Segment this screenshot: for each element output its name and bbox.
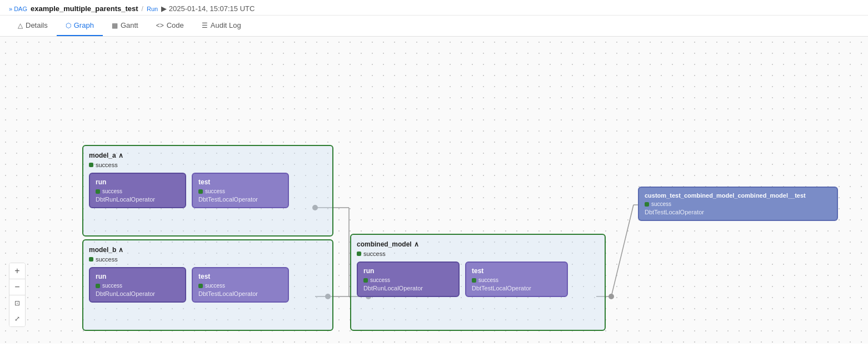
model-a-nodes: run success DbtRunLocalOperator test suc… — [89, 173, 327, 208]
task-node-run-c[interactable]: run success DbtRunLocalOperator — [357, 262, 460, 297]
details-icon: △ — [18, 22, 23, 29]
chevron-right-icon: » — [9, 6, 12, 12]
task-status: success — [363, 277, 453, 283]
group-combined-title: combined_model ∧ — [357, 240, 599, 248]
status-dot — [645, 202, 649, 207]
task-operator: DbtRunLocalOperator — [363, 285, 453, 291]
breadcrumb-dag-link[interactable]: » DAG — [9, 6, 27, 12]
group-combined-status: success — [357, 250, 599, 257]
tab-gantt-label: Gantt — [121, 21, 138, 29]
expand-button[interactable]: ⤢ — [9, 311, 25, 326]
group-model-b-title: model_b ∧ — [89, 246, 327, 254]
task-node-test-c[interactable]: test success DbtTestLocalOperator — [465, 262, 568, 297]
caret-icon: ∧ — [118, 246, 123, 254]
task-node-test-b[interactable]: test success DbtTestLocalOperator — [192, 267, 289, 303]
task-operator: DbtRunLocalOperator — [96, 196, 179, 203]
graph-area[interactable]: model_a ∧ success run success DbtRunLoca… — [0, 37, 868, 344]
tab-gantt[interactable]: ▦ Gantt — [103, 16, 147, 36]
code-icon: <> — [156, 22, 164, 29]
tab-audit-log-label: Audit Log — [211, 21, 241, 29]
tab-details-label: Details — [26, 21, 48, 29]
task-label: run — [363, 267, 453, 275]
fit-to-screen-button[interactable]: ⊡ — [9, 295, 25, 311]
svg-point-9 — [608, 294, 614, 299]
status-dot — [89, 257, 93, 262]
task-label: run — [96, 178, 179, 186]
caret-icon: ∧ — [414, 240, 419, 248]
task-node-test-a[interactable]: test success DbtTestLocalOperator — [192, 173, 289, 208]
audit-log-icon: ☰ — [202, 22, 208, 29]
graph-icon: ⬡ — [66, 22, 71, 29]
zoom-out-button[interactable]: − — [9, 279, 25, 295]
run-id[interactable]: ▶ 2025-01-14, 15:07:15 UTC — [161, 4, 255, 13]
status-dot — [198, 284, 203, 288]
zoom-controls: + − ⊡ ⤢ — [9, 263, 26, 327]
status-dot — [89, 163, 93, 167]
task-label: test — [198, 273, 282, 280]
dag-label: DAG — [14, 6, 27, 12]
task-label: run — [96, 273, 179, 280]
task-operator: DbtRunLocalOperator — [96, 290, 179, 297]
breadcrumb-separator: / — [142, 5, 143, 13]
task-status: success — [198, 188, 282, 194]
task-label: custom_test_combined_model_combined_mode… — [645, 192, 831, 199]
task-operator: DbtTestLocalOperator — [472, 285, 561, 291]
group-model-b: model_b ∧ success run success DbtRunLoca… — [82, 239, 333, 331]
model-b-nodes: run success DbtRunLocalOperator test suc… — [89, 267, 327, 303]
status-dot — [198, 189, 203, 194]
task-status: success — [96, 188, 179, 194]
zoom-in-button[interactable]: + — [9, 263, 25, 279]
tab-code-label: Code — [167, 21, 184, 29]
task-status: success — [198, 283, 282, 289]
svg-line-10 — [611, 205, 633, 296]
tab-audit-log[interactable]: ☰ Audit Log — [193, 16, 250, 36]
task-operator: DbtTestLocalOperator — [198, 290, 282, 297]
tab-bar: △ Details ⬡ Graph ▦ Gantt <> Code ☰ Audi… — [0, 16, 868, 37]
task-status: success — [645, 201, 831, 207]
breadcrumb: » DAG example_multiple_parents_test / Ru… — [0, 0, 868, 16]
status-dot — [96, 189, 100, 194]
status-dot — [363, 278, 368, 283]
task-node-custom-test[interactable]: custom_test_combined_model_combined_mode… — [638, 187, 838, 221]
group-model-b-status: success — [89, 256, 327, 263]
run-label[interactable]: Run — [147, 6, 158, 12]
status-dot — [96, 284, 100, 288]
status-dot — [357, 252, 361, 256]
caret-icon: ∧ — [118, 152, 123, 159]
task-node-run-b[interactable]: run success DbtRunLocalOperator — [89, 267, 186, 303]
group-model-a-status: success — [89, 162, 327, 168]
group-model-a-title: model_a ∧ — [89, 152, 327, 159]
gantt-icon: ▦ — [112, 22, 118, 29]
task-label: test — [198, 178, 282, 186]
task-label: test — [472, 267, 561, 275]
task-operator: DbtTestLocalOperator — [645, 209, 831, 215]
task-status: success — [96, 283, 179, 289]
task-node-run-a[interactable]: run success DbtRunLocalOperator — [89, 173, 186, 208]
task-status: success — [472, 277, 561, 283]
task-operator: DbtTestLocalOperator — [198, 196, 282, 203]
group-combined-model: combined_model ∧ success run success Dbt… — [350, 234, 606, 331]
tab-graph-label: Graph — [74, 21, 94, 29]
tab-code[interactable]: <> Code — [147, 16, 193, 36]
tab-details[interactable]: △ Details — [9, 16, 57, 36]
tab-graph[interactable]: ⬡ Graph — [57, 16, 103, 36]
combined-nodes: run success DbtRunLocalOperator test suc… — [357, 262, 599, 297]
dag-name[interactable]: example_multiple_parents_test — [31, 4, 138, 13]
status-dot — [472, 278, 476, 283]
group-model-a: model_a ∧ success run success DbtRunLoca… — [82, 145, 333, 237]
